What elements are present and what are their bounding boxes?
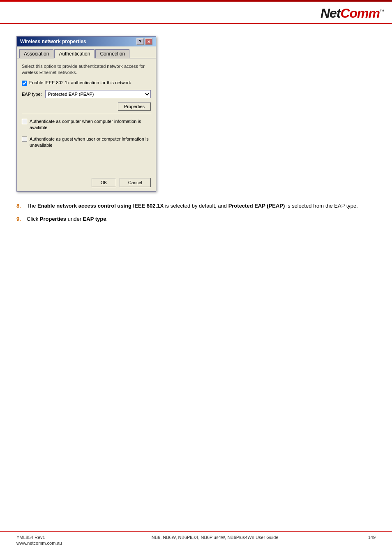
dialog-title: Wireless network properties — [20, 39, 86, 44]
close-button[interactable]: ✕ — [145, 38, 152, 45]
instruction-steps: 8. The Enable network access control usi… — [16, 202, 376, 223]
help-button[interactable]: ? — [136, 38, 144, 45]
enable-checkbox-label: Enable IEEE 802.1x authentication for th… — [29, 80, 131, 85]
footer-left: YML854 Rev1 www.netcomm.com.au — [16, 535, 62, 546]
tab-authentication[interactable]: Authentication — [54, 49, 95, 58]
step-9-bold2: EAP type — [83, 216, 106, 222]
step-9-number: 9. — [16, 215, 27, 223]
page-footer: YML854 Rev1 www.netcomm.com.au NB6, NB6W… — [0, 531, 392, 549]
eap-label: EAP type: — [22, 92, 42, 97]
logo-tm: ™ — [380, 9, 384, 14]
auth-guest-option: Authenticate as guest when user or compu… — [22, 136, 151, 149]
step-8-number: 8. — [16, 202, 27, 210]
footer-url: www.netcomm.com.au — [16, 541, 62, 546]
auth-guest-checkbox[interactable] — [22, 136, 27, 142]
auth-guest-label: Authenticate as guest when user or compu… — [30, 136, 151, 149]
step-8-bold1: Enable network access control using IEEE… — [37, 203, 164, 209]
separator — [22, 114, 151, 114]
auth-computer-label: Authenticate as computer when computer i… — [30, 118, 151, 131]
page-header: NetComm™ — [0, 2, 392, 24]
dialog-tabs: Association Authentication Connection — [17, 46, 156, 58]
step-9: 9. Click Properties under EAP type. — [16, 215, 376, 223]
dialog-titlebar: Wireless network properties ? ✕ — [17, 37, 156, 46]
properties-button[interactable]: Properties — [118, 102, 151, 111]
description-text: Select this option to provide authentica… — [22, 63, 151, 76]
step-9-text: Click Properties under EAP type. — [27, 215, 376, 223]
netcomm-logo: NetComm™ — [321, 6, 384, 21]
step-9-bold1: Properties — [40, 216, 66, 222]
wireless-properties-dialog: Wireless network properties ? ✕ Associat… — [16, 36, 156, 192]
footer-page: 149 — [368, 535, 376, 540]
auth-computer-checkbox[interactable] — [22, 119, 27, 124]
dialog-footer: OK Cancel — [17, 175, 156, 191]
tab-connection[interactable]: Connection — [95, 49, 129, 58]
spacer — [22, 153, 151, 170]
ok-button[interactable]: OK — [92, 178, 116, 187]
enable-ieee-checkbox[interactable] — [22, 81, 27, 86]
dialog-controls: ? ✕ — [136, 38, 152, 45]
step-8-text: The Enable network access control using … — [27, 202, 376, 210]
logo-net: Net — [321, 6, 341, 21]
footer-yml: YML854 Rev1 — [16, 535, 62, 540]
footer-center: NB6, NB6W, NB6Plus4, NB6Plus4W, NB6Plus4… — [152, 535, 279, 540]
cancel-button[interactable]: Cancel — [120, 178, 151, 187]
eap-type-select[interactable]: Protected EAP (PEAP) — [45, 90, 151, 98]
step-8: 8. The Enable network access control usi… — [16, 202, 376, 210]
logo-comm: Comm — [340, 6, 380, 21]
eap-type-row: EAP type: Protected EAP (PEAP) — [22, 90, 151, 98]
properties-row: Properties — [22, 102, 151, 111]
dialog-body: Select this option to provide authentica… — [17, 58, 156, 175]
tab-association[interactable]: Association — [19, 49, 53, 58]
auth-computer-option: Authenticate as computer when computer i… — [22, 118, 151, 131]
step-8-bold2: Protected EAP (PEAP) — [228, 203, 285, 209]
main-content: Wireless network properties ? ✕ Associat… — [0, 24, 392, 236]
enable-checkbox-row: Enable IEEE 802.1x authentication for th… — [22, 80, 151, 86]
